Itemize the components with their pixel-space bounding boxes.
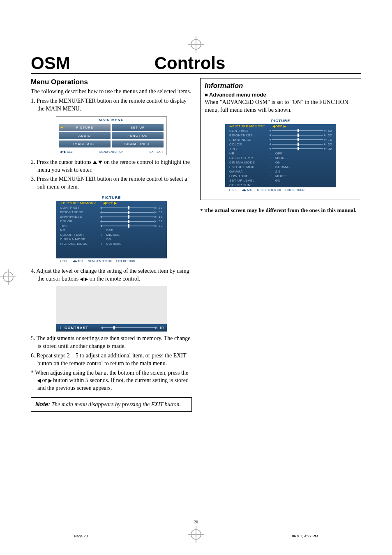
main-menu-imageadj: IMAGE ADJ.	[59, 140, 111, 147]
pm-slider-value: : 16	[101, 215, 163, 219]
pma-row-tint: TINT: 32	[225, 147, 336, 151]
pma-row-picture-mode: PICTURE MODE:NORMAL	[225, 165, 336, 169]
contrast-slider	[103, 327, 155, 328]
star-a: * When adjusting using the bar at the bo…	[31, 370, 188, 376]
contrast-bar-figure: ⇕ CONTRAST : 10	[56, 286, 167, 332]
pma-row-color-temp-: COLOR TEMP.:MIDDLE	[225, 156, 336, 160]
pma-foot-ok: MENU/ENTER OK	[257, 189, 281, 192]
pm-foot-ok: MENU/ENTER OK	[88, 260, 112, 263]
pma-slider-value: : 32	[270, 134, 332, 137]
pma-label: SET UP LEVEL	[229, 179, 270, 182]
step-star: * When adjusting using the bar at the bo…	[31, 369, 192, 393]
pma-label: CINEMA MODE	[229, 161, 270, 164]
main-menu-foot-exit: EXIT EXIT	[150, 150, 163, 154]
pma-text-value: 2.2	[275, 170, 332, 173]
star-mid: or	[41, 377, 48, 383]
pma-label: NR	[229, 152, 270, 155]
pm-row-color-temp-: COLOR TEMP.:MIDDLE	[56, 233, 167, 237]
slider-icon	[102, 216, 154, 217]
note-text: The main menu disappears by pressing the…	[50, 401, 181, 408]
step-4: 4. Adjust the level or change the settin…	[31, 267, 192, 283]
main-menu-signalinfo: SIGNAL INFO.	[112, 140, 164, 147]
slider-icon	[102, 212, 154, 213]
pm-label: CINEMA MODE	[60, 237, 101, 241]
left-column: Menu Operations The following describes …	[31, 78, 192, 412]
pma-label: CONTRAST	[229, 129, 270, 133]
left-arrow-icon	[80, 277, 83, 281]
star-b: button within 5 seconds. If not, the cur…	[37, 377, 189, 391]
picture-adv-title: PICTURE	[225, 117, 336, 124]
pma-text-value: 0%	[275, 179, 332, 182]
contrast-label: CONTRAST	[65, 326, 88, 330]
step-2: 2. Press the cursor buttons on the remot…	[31, 159, 192, 174]
pm-label: COLOR TEMP.	[60, 233, 101, 237]
picture-adv-footer: ✦ SEL. ◀▶ ADJ. MENU/ENTER OK EXIT RETURN	[225, 187, 336, 193]
main-menu-setup: SET UP	[112, 124, 164, 131]
pm-label: COLOR	[60, 219, 101, 223]
pma-label: TINT	[229, 147, 270, 151]
pma-foot-sel: ✦ SEL.	[228, 189, 238, 192]
note-label: Note:	[35, 401, 50, 408]
pma-row-contrast: CONTRAST: 52	[225, 129, 336, 133]
main-menu-figure: MAIN MENU PICTURE SET UP AUDIO FUNCTION …	[56, 116, 167, 155]
slider-icon	[272, 139, 323, 140]
pma-text-value: ON	[275, 161, 332, 164]
pma-row-low-tone: LOW TONE:MODE1	[225, 174, 336, 178]
pm-slider-value: : 52	[101, 206, 163, 210]
pma-label: COLOR TUNE	[229, 183, 270, 187]
pm-label: BRIGHTNESS	[60, 210, 101, 214]
picture-menu-adv-figure: PICTURE ➔PICTURE MEMORY : ◀OFF ▶ CONTRAS…	[225, 117, 336, 193]
pm-foot-sel: ✦ SEL.	[59, 260, 69, 263]
pma-label: COLOR TEMP.	[229, 156, 270, 160]
contrast-updown-icon: ⇕	[59, 326, 62, 330]
slider-icon	[272, 144, 323, 145]
pma-row-gamma: GAMMA:2.2	[225, 169, 336, 174]
registration-mark-top	[188, 36, 204, 53]
pma-label: BRIGHTNESS	[229, 134, 270, 137]
footer-page: Page 20	[74, 534, 88, 538]
main-menu-picture: PICTURE	[59, 124, 111, 131]
pm-row-sharpness: SHARPNESS: 16	[56, 214, 167, 219]
pm-foot-adj: ◀▶ ADJ.	[73, 260, 84, 263]
up-arrow-icon	[93, 161, 97, 164]
pma-row-cinema-mode: CINEMA MODE:ON	[225, 160, 336, 165]
asterisk-note: * The actual screen may be different fro…	[200, 207, 361, 214]
note-box: Note: The main menu disappears by pressi…	[31, 397, 192, 412]
right-arrow-icon-2	[48, 379, 52, 383]
picture-menu-footer: ✦ SEL. ◀▶ ADJ. MENU/ENTER OK EXIT RETURN	[56, 258, 167, 264]
information-box: Information Advanced menu mode When "ADV…	[200, 78, 361, 200]
page-number: 20	[194, 520, 198, 524]
info-subheading: Advanced menu mode	[205, 92, 357, 98]
pma-text-value: MODE1	[275, 174, 332, 178]
pma-label: PICTURE MODE	[229, 165, 270, 169]
picture-menu-figure: PICTURE ➔PICTURE MEMORY : ◀OFF ▶ CONTRAS…	[56, 194, 167, 264]
pma-foot-adj: ◀▶ ADJ.	[242, 189, 253, 192]
pm-label: CONTRAST	[60, 206, 101, 210]
step-6: 6. Repeat steps 2 – 5 to adjust an addit…	[31, 352, 192, 368]
slider-icon	[102, 207, 154, 208]
pm-text-value: OFF	[106, 228, 163, 232]
picture-memory-label: ➔PICTURE MEMORY	[60, 201, 101, 205]
registration-mark-bottom	[188, 526, 204, 543]
pm-row-color: COLOR: 32	[56, 219, 167, 223]
header-left: OSM	[31, 53, 70, 73]
pm-slider-value: : 32	[101, 219, 163, 223]
header-right: Controls	[154, 53, 226, 73]
step-3: 3. Press the MENU/ENTER button on the re…	[31, 175, 192, 191]
pm-row-nr: NR:OFF	[56, 228, 167, 233]
step-2a: 2. Press the cursor buttons	[31, 159, 93, 165]
pma-row-sharpness: SHARPNESS: 16	[225, 138, 336, 142]
pma-row-color-tune: COLOR TUNE:	[225, 183, 336, 187]
picture-adv-memory-row: ➔PICTURE MEMORY : ◀OFF ▶	[225, 124, 336, 129]
pma-label: LOW TONE	[229, 174, 270, 178]
pm-row-picture-mode: PICTURE MODE:NORMAL	[56, 242, 167, 246]
pma-label: GAMMA	[229, 170, 270, 173]
pma-slider-value: : 52	[270, 129, 332, 133]
pma-row-nr: NR:OFF	[225, 151, 336, 156]
pma-row-color: COLOR: 32	[225, 142, 336, 147]
registration-mark-left	[0, 269, 16, 287]
step-5: 5. The adjustments or settings are then …	[31, 335, 192, 350]
slider-icon	[272, 148, 323, 149]
section-title: Menu Operations	[31, 78, 192, 86]
pma-slider-value: : 32	[270, 143, 332, 146]
